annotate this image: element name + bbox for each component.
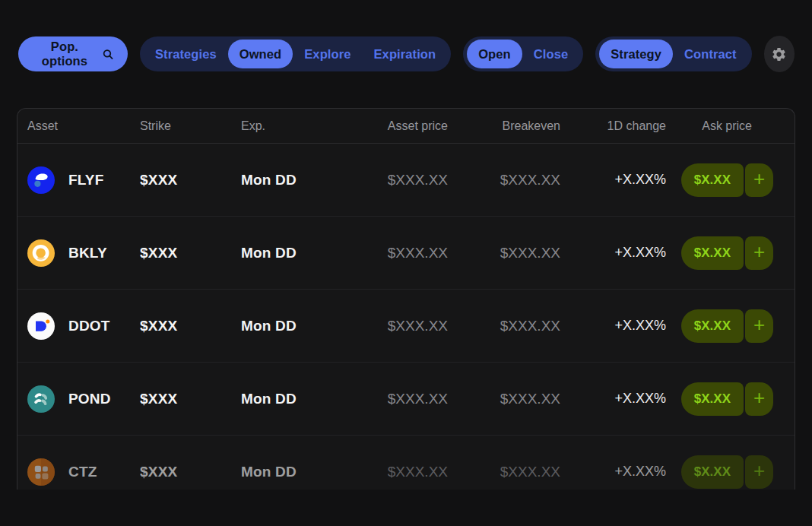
ask-price-control: $X.XX + (681, 236, 773, 270)
ask-price-control: $X.XX + (681, 455, 773, 489)
tab-close[interactable]: Close (522, 40, 579, 68)
add-button[interactable]: + (745, 382, 773, 416)
asset-ticker: FLYF (68, 172, 104, 189)
add-button[interactable]: + (745, 236, 773, 270)
change-value: +X.XX% (560, 172, 666, 188)
asset-price-value: $XXX.XX (335, 464, 448, 480)
pop-options-button[interactable]: Pop. options (18, 36, 128, 71)
ask-price-control: $X.XX + (681, 382, 773, 416)
search-icon (103, 48, 113, 61)
add-button[interactable]: + (745, 455, 773, 489)
gear-icon (771, 46, 787, 62)
table-row[interactable]: DDOT $XXX Mon DD $XXX.XX $XXX.XX +X.XX% … (17, 290, 795, 363)
col-breakeven: Breakeven (448, 119, 560, 133)
ask-price-control: $X.XX + (681, 163, 773, 197)
breakeven-value: $XXX.XX (448, 318, 560, 334)
bkly-token-icon (27, 239, 55, 267)
exp-value: Mon DD (241, 464, 335, 480)
add-button[interactable]: + (745, 309, 773, 343)
exp-value: Mon DD (241, 391, 335, 407)
exp-value: Mon DD (241, 245, 335, 261)
exp-value: Mon DD (241, 172, 335, 189)
ask-price-button[interactable]: $X.XX (681, 309, 744, 343)
strike-value: $XXX (140, 172, 241, 189)
breakeven-value: $XXX.XX (448, 391, 560, 407)
breakeven-value: $XXX.XX (448, 464, 560, 480)
asset-price-value: $XXX.XX (335, 245, 448, 261)
asset-ticker: BKLY (68, 245, 107, 261)
table-row[interactable]: BKLY $XXX Mon DD $XXX.XX $XXX.XX +X.XX% … (17, 217, 795, 290)
col-asset-price: Asset price (335, 119, 448, 133)
tab-owned[interactable]: Owned (228, 40, 293, 68)
breakeven-value: $XXX.XX (448, 245, 560, 261)
table-row[interactable]: POND $XXX Mon DD $XXX.XX $XXX.XX +X.XX% … (17, 363, 795, 436)
asset-ticker: POND (68, 391, 111, 407)
ask-price-control: $X.XX + (681, 309, 773, 343)
tab-open[interactable]: Open (467, 40, 522, 68)
strike-value: $XXX (140, 318, 241, 334)
ctz-token-icon (27, 458, 55, 486)
ask-price-button[interactable]: $X.XX (681, 236, 744, 270)
strike-value: $XXX (140, 391, 241, 407)
add-button[interactable]: + (745, 163, 773, 197)
change-value: +X.XX% (560, 245, 666, 261)
tab-strategies[interactable]: Strategies (144, 40, 228, 68)
tab-contract[interactable]: Contract (673, 40, 748, 68)
strike-value: $XXX (140, 464, 241, 480)
strike-value: $XXX (140, 245, 241, 261)
view-tab-group: Strategies Owned Explore Expiration (140, 36, 451, 71)
toolbar: Pop. options Strategies Owned Explore Ex… (0, 0, 812, 71)
table-header: Asset Strike Exp. Asset price Breakeven … (17, 109, 795, 144)
col-ask-price: Ask price (666, 119, 795, 133)
exp-value: Mon DD (241, 318, 335, 334)
breakeven-value: $XXX.XX (448, 172, 560, 189)
table-row[interactable]: CTZ $XXX Mon DD $XXX.XX $XXX.XX +X.XX% $… (17, 436, 795, 490)
pond-token-icon (27, 385, 55, 413)
asset-ticker: CTZ (68, 464, 97, 480)
change-value: +X.XX% (560, 318, 666, 334)
col-asset: Asset (17, 119, 140, 133)
col-strike: Strike (140, 119, 241, 133)
settings-button[interactable] (764, 36, 795, 72)
change-value: +X.XX% (560, 464, 666, 480)
ddot-token-icon (27, 312, 55, 340)
flyf-token-icon (27, 166, 55, 194)
ask-price-button[interactable]: $X.XX (681, 455, 744, 489)
asset-price-value: $XXX.XX (335, 172, 448, 189)
col-1d-change: 1D change (560, 119, 666, 133)
tab-explore[interactable]: Explore (293, 40, 362, 68)
asset-ticker: DDOT (68, 318, 110, 334)
tab-strategy[interactable]: Strategy (599, 40, 673, 68)
side-tab-group: Open Close (463, 36, 583, 71)
table-row[interactable]: FLYF $XXX Mon DD $XXX.XX $XXX.XX +X.XX% … (17, 144, 795, 217)
asset-price-value: $XXX.XX (335, 318, 448, 334)
pop-options-label: Pop. options (33, 40, 97, 68)
options-table: Asset Strike Exp. Asset price Breakeven … (17, 108, 795, 490)
ask-price-button[interactable]: $X.XX (681, 382, 744, 416)
tab-expiration[interactable]: Expiration (363, 40, 448, 68)
ask-price-button[interactable]: $X.XX (681, 163, 744, 197)
asset-price-value: $XXX.XX (335, 391, 448, 407)
col-exp: Exp. (241, 119, 335, 133)
change-value: +X.XX% (560, 391, 666, 407)
mode-tab-group: Strategy Contract (595, 36, 751, 71)
